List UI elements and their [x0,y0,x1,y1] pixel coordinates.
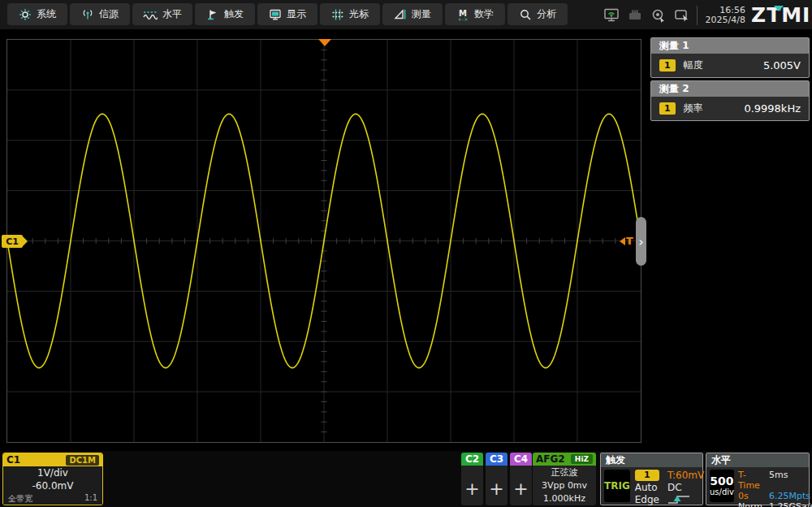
svg-text:+-×: +-× [457,15,468,21]
channel4-box[interactable]: C4 + [510,453,532,505]
clock: 16:56 2025/4/8 [703,6,745,25]
sample-rate: 1.25GSa/s [769,501,812,507]
memory-depth: 6.25Mpts [769,491,812,501]
waveform-plot-area[interactable] [6,39,641,443]
source-icon [81,8,94,21]
menu-analysis-label: 分析 [537,7,556,21]
afg-frequency: 1.000kHz [533,492,596,505]
channel1-probe-ratio: 1:1 [84,493,97,505]
channel1-coupling-badge: DC1M [66,455,99,466]
channel4-add-icon: + [510,466,532,505]
cursor-icon [331,8,344,21]
measurement2-row: 1 频率 0.9998kHz [651,97,809,120]
menu-math-button[interactable]: M +-× 数学 [445,3,505,25]
channel1-offset: -60.0mV [3,479,102,492]
menu-source-button[interactable]: 信源 [70,3,130,25]
measurement1-row: 1 幅度 5.005V [651,54,809,77]
trigger-mode: Auto [635,482,659,493]
rising-edge-icon [667,494,690,505]
menu-horizontal-label: 水平 [162,7,182,21]
measurement2-source-badge: 1 [659,102,676,115]
topbar-separator [697,6,698,25]
measurement2-name: 频率 [684,102,703,115]
measurement1-source-badge: 1 [659,59,676,72]
trigger-type: Edge [635,494,659,505]
trigger-position-marker[interactable] [318,39,331,46]
trigger-source-badge: 1 [635,470,659,481]
side-panel-handle[interactable]: › [636,217,646,266]
menu-analysis-button[interactable]: 分析 [508,3,568,25]
channel1-bandwidth: 全带宽 [8,493,32,505]
trigger-level-marker[interactable]: T [620,235,633,247]
menu-row: 系统 信源 水平 触发 [7,3,568,25]
measurement1-title: 测量 1 [651,38,809,54]
measure-icon [394,8,407,21]
timebase-unit: us/div [710,488,734,496]
menu-cursor-button[interactable]: 光标 [320,3,380,25]
t-time-label: T-Time [738,470,762,491]
channel4-label: C4 [510,453,532,466]
menu-source-label: 信源 [99,7,119,21]
measurement-panel-2[interactable]: 测量 2 1 频率 0.9998kHz [650,80,810,121]
menu-measure-label: 测量 [412,7,431,21]
timebase-value: 500 [710,475,733,488]
channel1-box[interactable]: C1 DC1M 1V/div -60.0mV 全带宽 1:1 [2,453,103,505]
analysis-icon [519,8,532,21]
touch-icon[interactable] [650,6,667,24]
measurement1-name: 幅度 [684,58,703,72]
brand-logo: ZTMI [751,5,810,25]
menu-trigger-button[interactable]: 触发 [195,3,255,25]
channel1-label: C1 [6,454,20,466]
menu-measure-button[interactable]: 测量 [382,3,443,25]
horizontal-panel-title: 水平 [706,453,809,467]
trigger-level-label: T [626,235,633,247]
network-icon[interactable] [603,6,620,24]
menu-system-button[interactable]: 系统 [7,3,67,25]
menu-horizontal-button[interactable]: 水平 [132,3,192,25]
channel1-level-marker[interactable]: C1 [2,235,23,248]
channel3-box[interactable]: C3 + [486,453,508,505]
measurement1-value: 5.005V [763,59,801,72]
gesture-icon[interactable] [673,6,691,24]
afg-waveform-type: 正弦波 [533,466,596,479]
afg-label: AFG2 [536,453,565,465]
channel2-add-icon: + [461,466,483,505]
t-time-value: 5ms [769,470,812,491]
timebase-box: 500 us/div [710,470,734,502]
measurement2-value: 0.9998kHz [744,102,801,115]
math-icon: M +-× [456,8,469,21]
trigger-level-value: T:60mV [667,470,704,481]
clock-date: 2025/4/8 [703,15,745,25]
trigger-settings-panel[interactable]: 触发 TRIG 1 Auto Edge T:60mV DC [600,453,703,505]
measurement-panel-1[interactable]: 测量 1 1 幅度 5.005V [650,37,810,78]
channel1-scale: 1V/div [3,466,102,479]
afg-generator-box[interactable]: AFG2 HiZ 正弦波 3Vpp 0mv 1.000kHz [533,453,596,505]
clock-time: 16:56 [703,6,745,15]
brand-triangle-icon [774,6,784,11]
afg-amplitude-offset: 3Vpp 0mv [533,479,596,492]
menu-display-label: 显示 [287,7,306,21]
bottom-status-bar: C1 DC1M 1V/div -60.0mV 全带宽 1:1 C2 + C3 +… [0,451,812,507]
trigger-coupling: DC [667,482,704,493]
status-icons: 16:56 2025/4/8 ZTMI [603,5,810,25]
trigger-status: TRIG [604,470,630,502]
menu-display-button[interactable]: 显示 [257,3,317,25]
afg-impedance-badge: HiZ [571,454,593,464]
top-menu-bar: 系统 信源 水平 触发 [0,0,812,29]
trigger-level-arrow-icon [620,237,625,245]
horizontal-settings-panel[interactable]: 水平 500 us/div T-Time 5ms 0s 6.25Mpts Nor… [706,453,810,505]
waveform-canvas [7,40,641,442]
horizontal-icon [143,8,158,21]
usb-icon[interactable] [626,6,644,24]
acquisition-mode: Norm [738,501,762,507]
gear-icon [19,8,32,21]
trigger-panel-title: 触发 [601,453,702,467]
channel2-box[interactable]: C2 + [461,453,483,505]
menu-system-label: 系统 [37,7,56,21]
menu-cursor-label: 光标 [349,7,369,21]
channel3-add-icon: + [486,466,508,505]
horizontal-delay: 0s [738,491,762,501]
channel3-label: C3 [486,453,508,466]
channel2-label: C2 [461,453,483,466]
menu-math-label: 数学 [474,7,494,21]
